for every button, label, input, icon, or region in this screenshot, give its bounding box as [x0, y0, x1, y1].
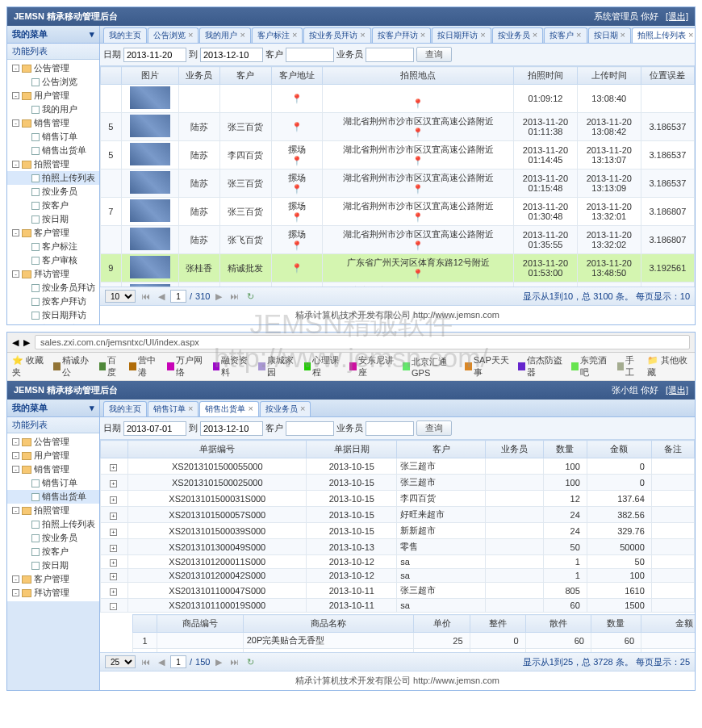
bookmark[interactable]: 精诚办公 [53, 354, 93, 379]
tree-group[interactable]: -用户管理 [7, 449, 99, 462]
tab[interactable]: 按日期× [588, 27, 631, 43]
pin-icon[interactable]: 📍 [412, 98, 424, 108]
pin-icon[interactable]: 📍 [291, 184, 303, 194]
tree-group[interactable]: -拍照管理 [7, 504, 99, 517]
table-row[interactable]: 陆苏张三百货摞场📍湖北省荆州市沙市区汉宜高速公路附近📍2013-11-2001:… [101, 169, 695, 198]
table-row[interactable]: +XS2013101200011S0002013-10-12sa150 [101, 555, 695, 569]
expand-icon[interactable]: + [110, 573, 117, 580]
date-from[interactable] [123, 48, 186, 62]
tree-item[interactable]: 我的用户 [7, 103, 99, 116]
table-row[interactable]: +XS20131015000550002013-10-15张三超市1000 [101, 458, 695, 475]
tab[interactable]: 按客户× [544, 27, 587, 43]
bookmark[interactable]: 心理课程 [304, 354, 344, 379]
page-num[interactable] [170, 290, 186, 303]
tree-group[interactable]: -用户管理 [7, 89, 99, 103]
tree-item[interactable]: 客户审核 [7, 253, 99, 267]
tree-item[interactable]: 按业务员 [7, 185, 99, 199]
tree-group[interactable]: -客户管理 [7, 226, 99, 240]
tree-item[interactable]: 销售出货单 [7, 144, 99, 157]
table-row[interactable]: 7陆苏张三百货摞场📍湖北省荆州市沙市区汉宜高速公路附近📍2013-11-2001… [101, 198, 695, 226]
pin-icon[interactable]: 📍 [412, 212, 424, 222]
pin-icon[interactable]: 📍 [291, 156, 303, 165]
tree-item[interactable]: 按客户 [7, 199, 99, 212]
bookmark[interactable]: SAP天天事 [465, 354, 512, 379]
side-menu-hd[interactable]: 我的菜单▾ [7, 26, 99, 44]
tree-item[interactable]: 公告浏览 [7, 75, 99, 89]
bookmark[interactable]: 融资资料 [213, 354, 253, 379]
sub-row[interactable]: 120P完美贴合无香型25060601500 [133, 633, 696, 649]
table-row[interactable]: 📍📍01:09:1213:08:40 [101, 85, 695, 113]
query-button[interactable]: 查询 [416, 47, 452, 62]
table-row[interactable]: 陆苏张飞百货摞场📍湖北省荆州市沙市区汉宜高速公路附近📍2013-11-2001:… [101, 226, 695, 254]
tab[interactable]: 我的主页 [103, 401, 147, 416]
close-icon[interactable]: × [240, 30, 244, 40]
bookmark[interactable]: 万户网络 [167, 354, 207, 379]
other-bookmarks[interactable]: 📁 其他收藏 [647, 354, 690, 379]
thumb[interactable] [130, 86, 170, 109]
first-page-icon[interactable]: ⏮ [139, 291, 153, 301]
refresh-icon[interactable]: ↻ [244, 291, 257, 302]
expand-icon[interactable]: + [110, 529, 117, 536]
pin-icon[interactable]: 📍 [412, 241, 424, 250]
tree-item[interactable]: 销售出货单 [7, 490, 99, 504]
table-row[interactable]: +XS2013101200042S0002013-10-12sa1100 [101, 569, 695, 583]
close-icon[interactable]: × [360, 30, 365, 40]
tab[interactable]: 按客户拜访× [372, 27, 431, 43]
sales-input[interactable] [366, 48, 414, 62]
tree-group[interactable]: -公告管理 [7, 61, 99, 75]
pin-icon[interactable]: 📍 [291, 94, 303, 103]
close-icon[interactable]: × [248, 404, 253, 413]
thumb[interactable] [130, 228, 170, 250]
tree-item[interactable]: 按业务员拜访 [7, 281, 99, 295]
tree-item[interactable]: 拍照上传列表 [7, 171, 99, 185]
bookmark[interactable]: 康城家园 [258, 354, 298, 379]
close-icon[interactable]: × [300, 404, 305, 413]
pin-icon[interactable]: 📍 [412, 269, 424, 278]
cust-input[interactable] [286, 48, 334, 62]
close-icon[interactable]: × [533, 30, 537, 40]
thumb[interactable] [130, 143, 170, 165]
tree-item[interactable]: 客户标注 [7, 240, 99, 253]
thumb[interactable] [130, 171, 170, 194]
tree-group[interactable]: -公告管理 [7, 435, 99, 449]
pin-icon[interactable]: 📍 [412, 156, 424, 165]
pin-icon[interactable]: 📍 [412, 128, 424, 137]
expand-icon[interactable]: + [110, 496, 117, 504]
thumb[interactable] [130, 115, 170, 137]
tab[interactable]: 按业务员× [492, 27, 543, 43]
logout-link[interactable]: [退出] [666, 11, 688, 21]
query-button-2[interactable]: 查询 [416, 420, 452, 436]
tree-item[interactable]: 按客户 [7, 545, 99, 559]
tree-group[interactable]: -客户管理 [7, 572, 99, 586]
close-icon[interactable]: × [576, 30, 581, 40]
bookmark[interactable]: 手工 [617, 354, 641, 379]
last-page-icon[interactable]: ⏭ [228, 291, 241, 301]
table-row[interactable]: +XS2013101500057S0002013-10-15好旺来超市24382… [101, 507, 695, 523]
tree-item[interactable]: 按业务员 [7, 531, 99, 545]
date-to-2[interactable] [200, 421, 263, 436]
tree-item[interactable]: 按日期 [7, 559, 99, 572]
bookmark[interactable]: 营中港 [129, 354, 161, 379]
close-icon[interactable]: × [188, 30, 193, 40]
tab[interactable]: 按业务员× [260, 401, 311, 416]
tree-group[interactable]: -拜访管理 [7, 586, 99, 600]
tab[interactable]: 我的主页 [103, 27, 147, 43]
table-row[interactable]: +XS2013101300049S0002013-10-13零售5050000 [101, 539, 695, 555]
table-row[interactable]: +XS2013101100047S0002013-10-11张三超市805161… [101, 583, 695, 599]
close-icon[interactable]: × [621, 30, 625, 40]
pin-icon[interactable]: 📍 [291, 263, 303, 273]
date-to[interactable] [200, 48, 263, 62]
tab[interactable]: 拍照上传列表× [632, 27, 695, 43]
tab[interactable]: 公告浏览× [148, 27, 198, 43]
tree-group[interactable]: -拍照管理 [7, 157, 99, 171]
sales-input-2[interactable] [366, 421, 414, 436]
tree-group[interactable]: -销售管理 [7, 116, 99, 130]
table-row[interactable]: 5陆苏李四百货摞场📍湖北省荆州市沙市区汉宜高速公路附近📍2013-11-2001… [101, 141, 695, 169]
tree-item[interactable]: 按日期 [7, 212, 99, 226]
bookmark[interactable]: 东莞酒吧 [571, 354, 611, 379]
back-icon[interactable]: ◀ [12, 337, 19, 348]
pin-icon[interactable]: 📍 [291, 212, 303, 222]
pin-icon[interactable]: 📍 [412, 184, 424, 194]
table-row[interactable]: +XS2013101500031S0002013-10-15李四百货12137.… [101, 491, 695, 507]
tab[interactable]: 按业务员拜访× [303, 27, 370, 43]
